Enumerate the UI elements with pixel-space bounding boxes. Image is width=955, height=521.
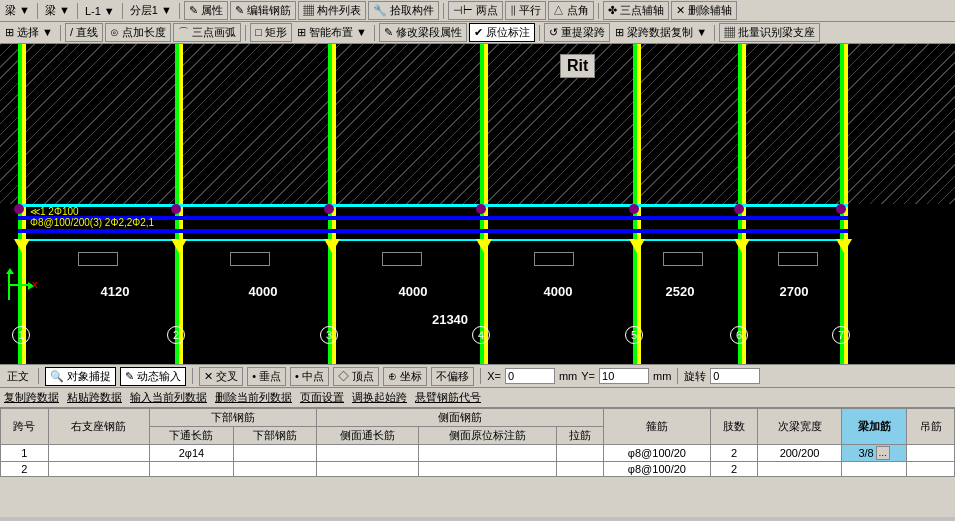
td-bottom-rebar-2: [233, 462, 317, 477]
table-row-2: 2 φ8@100/20 2: [1, 462, 955, 477]
th-side-long: 侧面通长筋: [317, 427, 419, 445]
td-hanger-2: [907, 462, 955, 477]
pick-component-btn[interactable]: 🔧 拾取构件: [368, 1, 439, 20]
parallel-btn[interactable]: ∥ 平行: [505, 1, 546, 20]
delete-axis-btn[interactable]: ✕ 删除辅轴: [671, 1, 737, 20]
smart-layout-dropdown[interactable]: ⊞ 智能布置 ▼: [294, 24, 370, 41]
td-secondary-width-1: 200/200: [758, 445, 842, 462]
beam-add-dropdown-1[interactable]: …: [876, 446, 890, 460]
x-label: x: [32, 278, 38, 290]
copy-span-btn[interactable]: 复制跨数据: [4, 390, 59, 405]
orig-mark-btn[interactable]: ✔ 原位标注: [469, 23, 535, 42]
td-right-seat-1: [48, 445, 150, 462]
grid-num-1: 1: [12, 326, 30, 344]
page-setup-btn[interactable]: 页面设置: [300, 390, 344, 405]
table-area: 复制跨数据 粘贴跨数据 输入当前列数据 删除当前列数据 页面设置 调换起始跨 悬…: [0, 388, 955, 517]
layer-dropdown[interactable]: 分层1 ▼: [127, 2, 175, 19]
element-id-dropdown[interactable]: L-1 ▼: [82, 4, 118, 18]
sep5: [443, 3, 444, 19]
sep11: [714, 25, 715, 41]
node-3: [324, 204, 334, 214]
td-span-2: 2: [1, 462, 49, 477]
properties-btn[interactable]: ✎ 属性: [184, 1, 228, 20]
canvas-area[interactable]: ≪1 2Φ100Φ8@100/200(3) 2Φ2,2Φ2,1 x 4120 4…: [0, 44, 955, 364]
point-length-btn[interactable]: ⊙ 点加长度: [105, 23, 171, 42]
two-point-btn[interactable]: ⊣⊢ 两点: [448, 1, 503, 20]
point-angle-btn[interactable]: △ 点角: [548, 1, 594, 20]
coord-btn[interactable]: ⊕ 坐标: [383, 367, 427, 386]
td-side-orig-1: [418, 445, 556, 462]
node-7: [836, 204, 846, 214]
re-extract-btn[interactable]: ↺ 重提梁跨: [544, 23, 610, 42]
th-secondary-width: 次梁宽度: [758, 409, 842, 445]
node-2: [171, 204, 181, 214]
th-bottom-col: 下部钢筋: [233, 427, 317, 445]
cross-btn[interactable]: ✕ 交叉: [199, 367, 243, 386]
axis-y: [8, 272, 10, 300]
mid-btn[interactable]: • 中点: [290, 367, 329, 386]
swap-start-btn[interactable]: 调换起始跨: [352, 390, 407, 405]
x-label-status: X=: [487, 370, 501, 382]
dim-span-3: 4000: [358, 284, 468, 299]
beam-blue-bar2: [18, 229, 848, 233]
th-anchor: 箍筋: [604, 409, 711, 445]
axis-y-arrow: [6, 268, 14, 274]
tri-4: [476, 239, 492, 253]
th-bottom-long: 下通长筋: [150, 427, 234, 445]
sep7: [60, 25, 61, 41]
batch-identify-btn[interactable]: ▦ 批量识别梁支座: [719, 23, 820, 42]
y-input[interactable]: [599, 368, 649, 384]
tri-2: [171, 239, 187, 253]
cantilever-code-btn[interactable]: 悬臂钢筋代号: [415, 390, 481, 405]
grid-num-4: 4: [472, 326, 490, 344]
dim-span-6: 2700: [754, 284, 834, 299]
beam-type-dropdown[interactable]: 梁 ▼: [2, 2, 33, 19]
select-dropdown[interactable]: ⊞ 选择 ▼: [2, 24, 56, 41]
modify-segment-btn[interactable]: ✎ 修改梁段属性: [379, 23, 467, 42]
node-5: [629, 204, 639, 214]
grid-num-3: 3: [320, 326, 338, 344]
td-pull-2: [556, 462, 604, 477]
tri-5: [629, 239, 645, 253]
sep10: [539, 25, 540, 41]
three-point-axis-btn[interactable]: ✤ 三点辅轴: [603, 1, 669, 20]
snap-btn[interactable]: 🔍 对象捕捉: [45, 367, 116, 386]
td-side-long-1: [317, 445, 419, 462]
sep1: [37, 3, 38, 19]
paste-span-btn[interactable]: 粘贴跨数据: [67, 390, 122, 405]
arc-btn[interactable]: ⌒ 三点画弧: [173, 23, 241, 42]
grid-num-6: 6: [730, 326, 748, 344]
rect-label-2: [230, 252, 270, 266]
grid-num-5: 5: [625, 326, 643, 344]
component-list-btn[interactable]: ▦ 构件列表: [298, 1, 366, 20]
td-anchor-1: φ8@100/20: [604, 445, 711, 462]
delete-col-btn[interactable]: 删除当前列数据: [215, 390, 292, 405]
sep2: [77, 3, 78, 19]
rect-btn[interactable]: □ 矩形: [250, 23, 292, 42]
td-beam-add-1[interactable]: 3/8 …: [841, 445, 907, 462]
perp-btn[interactable]: • 垂点: [247, 367, 286, 386]
beam-label-dropdown[interactable]: 梁 ▼: [42, 2, 73, 19]
rotate-input[interactable]: [710, 368, 760, 384]
dim-total: 21340: [350, 312, 550, 327]
td-right-seat-2: [48, 462, 150, 477]
x-input[interactable]: [505, 368, 555, 384]
td-anchor-2: φ8@100/20: [604, 462, 711, 477]
node-1: [14, 204, 24, 214]
dim-span-1: 4120: [55, 284, 175, 299]
beam-bottom-line: [18, 239, 848, 241]
no-offset-btn[interactable]: 不偏移: [431, 367, 474, 386]
sep3: [122, 3, 123, 19]
edit-rebar-btn[interactable]: ✎ 编辑钢筋: [230, 1, 296, 20]
vertex-btn[interactable]: ◇ 顶点: [333, 367, 379, 386]
rect-label-3: [382, 252, 422, 266]
copy-span-dropdown[interactable]: ⊞ 梁跨数据复制 ▼: [612, 24, 710, 41]
input-col-btn[interactable]: 输入当前列数据: [130, 390, 207, 405]
line-btn[interactable]: / 直线: [65, 23, 103, 42]
table-toolbar: 复制跨数据 粘贴跨数据 输入当前列数据 删除当前列数据 页面设置 调换起始跨 悬…: [0, 388, 955, 408]
dynamic-input-btn[interactable]: ✎ 动态输入: [120, 367, 186, 386]
tri-7: [836, 239, 852, 253]
sep8: [245, 25, 246, 41]
beam-add-value-1: 3/8: [858, 447, 873, 459]
rect-label-4: [534, 252, 574, 266]
